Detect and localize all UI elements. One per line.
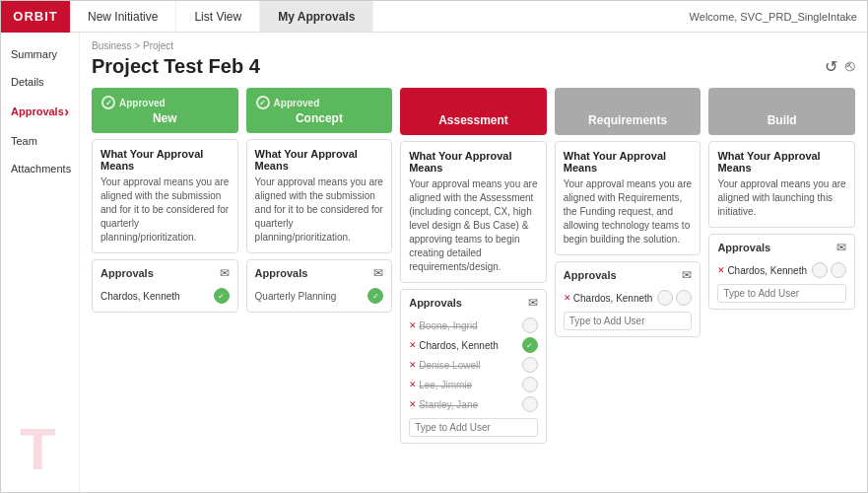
status-circle-approved: ✓ (214, 288, 230, 304)
approver-name-concept: Quarterly Planning (255, 291, 368, 302)
approvals-concept: Approvals ✉ Quarterly Planning ✓ (246, 259, 393, 313)
nav-tab-my-approvals[interactable]: My Approvals (260, 1, 373, 32)
stage-header-new: ✓ Approved New (92, 88, 238, 133)
approvals-header-build: Approvals ✉ (717, 241, 846, 254)
approver-row-concept: Quarterly Planning ✓ (255, 286, 384, 306)
status-circle-a1: ✓ (522, 337, 538, 353)
approver-status-r0 (657, 290, 692, 306)
header-right: Welcome, SVC_PRD_SingleIntake (690, 11, 867, 23)
card-assessment: What Your Approval Means Your approval m… (400, 141, 547, 283)
approver-row-a2: ✕ Denise Lowell (409, 355, 538, 375)
card-body-build: Your approval means you are aligned with… (717, 177, 846, 219)
approvals-header-concept: Approvals ✉ (255, 266, 384, 280)
approvals-requirements: Approvals ✉ ✕ Chardos, Kenneth (555, 261, 701, 337)
x-mark-a4: ✕ (409, 399, 417, 409)
envelope-icon-assessment[interactable]: ✉ (528, 296, 538, 310)
main-content: Business > Project Project Test Feb 4 ↺ … (80, 33, 867, 493)
envelope-icon-build[interactable]: ✉ (836, 241, 846, 254)
kanban-board: ✓ Approved New What Your Approval Means … (92, 88, 855, 444)
nav-tab-list-view[interactable]: List View (176, 1, 260, 32)
add-user-input-requirements[interactable] (564, 312, 693, 330)
main-layout: Summary Details Approvals Team Attachmen… (1, 33, 867, 493)
sidebar-item-attachments[interactable]: Attachments (1, 155, 79, 182)
approver-row-r0: ✕ Chardos, Kenneth (564, 288, 693, 308)
approver-status-a2 (522, 357, 538, 373)
col-requirements: Requirements What Your Approval Means Yo… (555, 88, 701, 444)
nav-tab-new-initiative[interactable]: New Initiative (70, 1, 176, 32)
card-requirements: What Your Approval Means Your approval m… (555, 141, 701, 255)
card-title-requirements: What Your Approval Means (564, 150, 693, 174)
refresh-icon[interactable]: ↺ (825, 57, 837, 76)
card-title-new: What Your Approval Means (100, 148, 230, 172)
stage-header-requirements: Requirements (555, 88, 701, 135)
approvals-assessment: Approvals ✉ ✕ Boone, Ingrid ✕ Chardos, K… (400, 289, 547, 444)
approver-name-r0: Chardos, Kenneth (573, 293, 658, 304)
status-circle-a2 (522, 357, 538, 373)
approvals-new: Approvals ✉ Chardos, Kenneth ✓ (92, 259, 238, 313)
approver-name-a3: Lee, Jimmie (419, 380, 522, 390)
nav-tabs: New Initiative List View My Approvals (70, 1, 373, 32)
sidebar: Summary Details Approvals Team Attachmen… (1, 33, 80, 493)
col-assessment: Assessment What Your Approval Means Your… (400, 88, 547, 444)
envelope-icon-requirements[interactable]: ✉ (682, 268, 692, 282)
sidebar-item-details[interactable]: Details (1, 68, 79, 96)
stage-approved-new: ✓ Approved (101, 96, 229, 109)
x-mark-r0: ✕ (564, 293, 571, 303)
approved-check-new: ✓ (101, 96, 115, 109)
status-circle-r0a (657, 290, 673, 306)
card-body-assessment: Your approval means you are aligned with… (409, 177, 538, 274)
card-new: What Your Approval Means Your approval m… (92, 139, 238, 253)
approver-status: ✓ (214, 288, 230, 304)
approver-name-a2: Denise Lowell (419, 360, 522, 371)
approvals-build: Approvals ✉ ✕ Chardos, Kenneth (708, 234, 855, 310)
approver-status-a4 (522, 396, 538, 412)
status-circle-r0b (676, 290, 692, 306)
approver-status-a3 (522, 377, 538, 392)
col-concept: ✓ Approved Concept What Your Approval Me… (246, 88, 393, 444)
envelope-icon-new[interactable]: ✉ (220, 266, 230, 280)
breadcrumb: Business > Project (92, 40, 855, 51)
approver-name-a4: Stanley, Jane (419, 399, 522, 410)
col-build: Build What Your Approval Means Your appr… (708, 88, 855, 444)
card-title-build: What Your Approval Means (717, 150, 846, 174)
add-user-input-assessment[interactable] (409, 418, 538, 437)
add-user-input-build[interactable] (717, 284, 846, 303)
status-circle-a3 (522, 377, 538, 392)
page-title: Project Test Feb 4 (92, 55, 260, 78)
stage-header-assessment: Assessment (400, 88, 547, 135)
approver-status-b0 (812, 262, 846, 278)
approver-row-b0: ✕ Chardos, Kenneth (717, 260, 846, 280)
stage-header-build: Build (708, 88, 855, 135)
card-title-concept: What Your Approval Means (255, 148, 384, 172)
approver-name-a1: Chardos, Kenneth (419, 340, 522, 351)
x-mark-a1: ✕ (409, 340, 417, 350)
stage-approved-concept: ✓ Approved (256, 96, 383, 109)
status-circle-b0a (812, 262, 828, 278)
share-icon[interactable]: ⎋ (845, 57, 855, 76)
x-mark-b0: ✕ (717, 265, 725, 275)
card-concept: What Your Approval Means Your approval m… (246, 139, 393, 253)
approver-name-a0: Boone, Ingrid (419, 320, 522, 331)
approver-row: Chardos, Kenneth ✓ (100, 286, 230, 306)
header: ORBIT New Initiative List View My Approv… (1, 1, 867, 33)
status-circle-a4 (522, 396, 538, 412)
envelope-icon-concept[interactable]: ✉ (373, 266, 383, 280)
approver-status-a1: ✓ (522, 337, 538, 353)
sidebar-item-team[interactable]: Team (1, 127, 79, 155)
approvals-header-assessment: Approvals ✉ (409, 296, 538, 310)
sidebar-item-approvals[interactable]: Approvals (1, 96, 79, 127)
card-body-requirements: Your approval means you are aligned with… (564, 177, 693, 246)
card-body-new: Your approval means you are aligned with… (100, 176, 230, 245)
logo-text: ORBIT (13, 9, 57, 24)
x-mark-a0: ✕ (409, 320, 417, 330)
card-title-assessment: What Your Approval Means (409, 150, 538, 174)
x-mark-a3: ✕ (409, 380, 417, 389)
approver-status-a0 (522, 317, 538, 333)
card-build: What Your Approval Means Your approval m… (708, 141, 855, 228)
card-body-concept: Your approval means you are aligned with… (255, 176, 384, 245)
approver-status-concept: ✓ (367, 288, 383, 304)
approved-check-concept: ✓ (256, 96, 270, 109)
sidebar-item-summary[interactable]: Summary (1, 40, 79, 68)
status-circle-b0b (831, 262, 846, 278)
approvals-header-requirements: Approvals ✉ (564, 268, 693, 282)
